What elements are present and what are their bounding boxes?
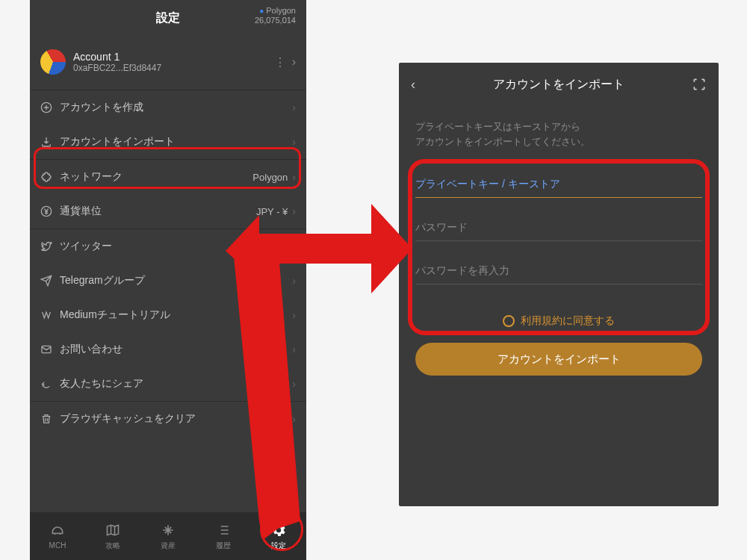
row-contact[interactable]: お問い合わせ › xyxy=(30,332,306,367)
block-height: 26,075,014 xyxy=(255,16,296,25)
radio-unchecked-icon xyxy=(503,315,515,327)
import-header: ‹ アカウントをインポート xyxy=(399,63,719,106)
row-label: Mediumチュートリアル xyxy=(60,308,292,322)
row-clear-cache[interactable]: ブラウザキャッシュをクリア › xyxy=(30,402,306,436)
yen-icon xyxy=(40,205,60,217)
row-network[interactable]: ネットワーク Polygon › xyxy=(30,160,306,194)
chevron-right-icon: › xyxy=(292,55,296,69)
settings-header: 設定 ● Polygon 26,075,014 xyxy=(30,0,306,36)
chevron-right-icon: › xyxy=(292,171,296,183)
network-dot-icon: ● xyxy=(259,7,264,15)
chevron-right-icon: › xyxy=(292,309,296,321)
settings-screen: 設定 ● Polygon 26,075,014 Account 1 0xaFBC… xyxy=(30,0,306,560)
row-import-account[interactable]: アカウントをインポート › xyxy=(30,125,306,159)
nav-assets[interactable]: 資産 xyxy=(140,512,196,560)
nav-label: 履歴 xyxy=(216,541,231,551)
row-label: アカウントを作成 xyxy=(60,101,292,114)
account-avatar-icon xyxy=(40,49,66,75)
row-share[interactable]: 友人たちにシェア › xyxy=(30,367,306,401)
account-text: Account 1 0xaFBC22...Ef3d8447 xyxy=(73,51,274,73)
import-screen: ‹ アカウントをインポート プライベートキー又はキーストアから アカウントをイン… xyxy=(399,63,719,506)
map-icon xyxy=(105,522,121,538)
chevron-right-icon: › xyxy=(292,378,296,390)
medium-icon xyxy=(40,309,60,321)
row-label: お問い合わせ xyxy=(60,343,292,356)
bottom-nav: MCH 攻略 資産 履歴 設定 xyxy=(30,512,306,560)
network-indicator[interactable]: ● Polygon 26,075,014 xyxy=(255,6,296,25)
chevron-right-icon: › xyxy=(292,136,296,148)
chevron-right-icon: › xyxy=(292,240,296,252)
puzzle-icon xyxy=(40,171,60,183)
more-vert-icon[interactable]: ⋮ xyxy=(274,55,285,69)
scan-icon xyxy=(692,77,707,92)
account-address: 0xaFBC22...Ef3d8447 xyxy=(73,63,274,73)
chevron-right-icon: › xyxy=(292,275,296,287)
nav-mch[interactable]: MCH xyxy=(30,512,85,560)
network-name: Polygon xyxy=(266,6,296,15)
back-icon[interactable]: ‹ xyxy=(411,77,433,93)
row-medium[interactable]: Mediumチュートリアル › xyxy=(30,298,306,332)
share-icon xyxy=(40,378,60,390)
nav-label: 攻略 xyxy=(105,541,120,551)
sparkle-icon xyxy=(160,522,176,538)
row-twitter[interactable]: ツイッター › xyxy=(30,229,306,264)
instruction-line1: プライベートキー又はキーストアから xyxy=(415,119,702,134)
gear-icon xyxy=(270,522,287,538)
agree-terms-checkbox[interactable]: 利用規約に同意する xyxy=(399,314,719,328)
import-instruction: プライベートキー又はキーストアから アカウントをインポートしてください。 xyxy=(399,106,719,155)
password-input[interactable] xyxy=(415,201,702,241)
row-label: 通貨単位 xyxy=(60,205,256,218)
trash-icon xyxy=(40,413,60,425)
row-label: ツイッター xyxy=(60,240,292,253)
chevron-right-icon: › xyxy=(292,205,296,217)
row-label: Telegramグループ xyxy=(60,274,292,287)
import-header-title: アカウントをインポート xyxy=(433,77,684,93)
nav-label: 設定 xyxy=(271,541,286,551)
password-confirm-input[interactable] xyxy=(415,244,702,284)
section-account-ops: アカウントを作成 › アカウントをインポート › xyxy=(30,90,306,159)
import-account-button[interactable]: アカウントをインポート xyxy=(415,343,702,376)
row-telegram[interactable]: Telegramグループ › xyxy=(30,264,306,298)
chevron-right-icon: › xyxy=(292,102,296,113)
nav-guide[interactable]: 攻略 xyxy=(85,512,140,560)
row-label: 友人たちにシェア xyxy=(60,377,292,391)
nav-settings[interactable]: 設定 xyxy=(251,512,306,560)
list-icon xyxy=(215,522,232,538)
header-title: 設定 xyxy=(156,10,180,26)
download-icon xyxy=(40,136,60,148)
row-label: ネットワーク xyxy=(60,170,252,184)
mail-icon xyxy=(40,343,60,355)
row-label: ブラウザキャッシュをクリア xyxy=(60,412,292,426)
row-create-account[interactable]: アカウントを作成 › xyxy=(30,90,306,125)
send-icon xyxy=(40,275,60,287)
row-value: Polygon xyxy=(252,172,288,183)
instruction-line2: アカウントをインポートしてください。 xyxy=(415,134,702,149)
helmet-icon xyxy=(49,523,66,539)
plus-circle-icon xyxy=(40,102,60,113)
row-currency[interactable]: 通貨単位 JPY - ¥ › xyxy=(30,194,306,228)
agree-label: 利用規約に同意する xyxy=(521,314,615,328)
section-cache: ブラウザキャッシュをクリア › xyxy=(30,401,306,436)
nav-history[interactable]: 履歴 xyxy=(196,512,251,560)
nav-label: MCH xyxy=(49,541,66,550)
section-network: ネットワーク Polygon › 通貨単位 JPY - ¥ › xyxy=(30,159,306,228)
chevron-right-icon: › xyxy=(292,413,296,425)
row-value: JPY - ¥ xyxy=(256,206,288,217)
chevron-right-icon: › xyxy=(292,343,296,355)
account-name: Account 1 xyxy=(73,51,274,63)
scan-button[interactable] xyxy=(684,77,707,92)
twitter-icon xyxy=(40,240,60,252)
import-button-label: アカウントをインポート xyxy=(498,352,621,367)
account-row[interactable]: Account 1 0xaFBC22...Ef3d8447 ⋮ › xyxy=(30,36,306,90)
row-label: アカウントをインポート xyxy=(60,135,292,149)
private-key-input[interactable] xyxy=(415,158,702,198)
nav-label: 資産 xyxy=(161,541,176,551)
section-social: ツイッター › Telegramグループ › Mediumチュートリアル › お… xyxy=(30,228,306,401)
